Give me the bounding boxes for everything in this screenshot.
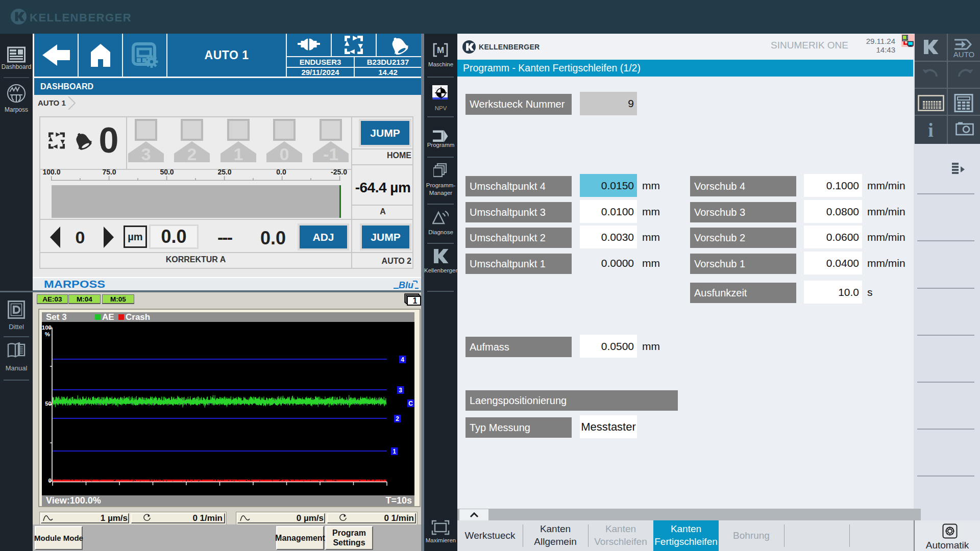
svg-text:0: 0 [280,144,289,162]
svg-text:2: 2 [396,415,399,422]
svg-text:C: C [408,400,413,407]
svg-text:0: 0 [48,478,52,484]
svg-text:%: % [45,331,50,337]
svg-text:50: 50 [45,400,52,407]
svg-text:1: 1 [393,448,396,455]
svg-text:1: 1 [413,296,418,305]
svg-text:-1: -1 [323,144,338,162]
svg-text:3: 3 [399,387,402,394]
svg-text:1: 1 [234,144,243,162]
svg-text:Blu: Blu [399,280,413,290]
svg-text:M: M [437,45,444,55]
svg-text:3: 3 [141,144,151,162]
svg-text:2: 2 [187,144,197,162]
svg-text:100: 100 [42,324,52,331]
svg-text:4: 4 [401,356,404,363]
